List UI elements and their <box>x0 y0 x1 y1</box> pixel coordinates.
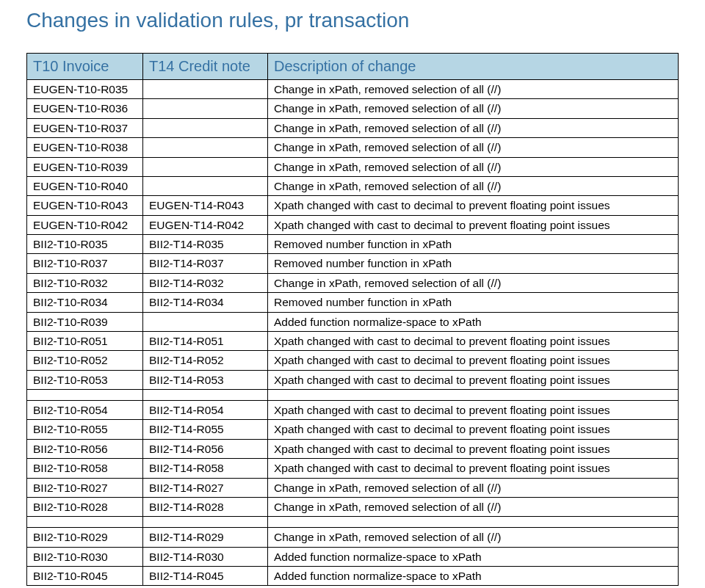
cell-description: Xpath changed with cast to decimal to pr… <box>268 459 679 478</box>
col-header-desc: Description of change <box>268 54 679 80</box>
gap-cell <box>143 517 268 528</box>
table-row: BII2-T10-R039Added function normalize-sp… <box>27 312 679 331</box>
cell-t14-credit <box>143 99 268 118</box>
table-row: BII2-T10-R053BII2-T14-R053Xpath changed … <box>27 370 679 389</box>
table-row: EUGEN-T10-R035Change in xPath, removed s… <box>27 80 679 99</box>
cell-t14-credit: BII2-T14-R054 <box>143 401 268 420</box>
table-row: EUGEN-T10-R042EUGEN-T14-R042Xpath change… <box>27 215 679 234</box>
table-row: BII2-T10-R055BII2-T14-R055Xpath changed … <box>27 420 679 439</box>
table-gap-row <box>27 390 679 401</box>
table-row: BII2-T10-R056BII2-T14-R056Xpath changed … <box>27 439 679 458</box>
table-row: BII2-T10-R027BII2-T14-R027Change in xPat… <box>27 478 679 497</box>
cell-t10-invoice: BII2-T10-R051 <box>27 331 143 350</box>
col-header-t10: T10 Invoice <box>27 54 143 80</box>
table-row: EUGEN-T10-R038Change in xPath, removed s… <box>27 138 679 157</box>
cell-t10-invoice: EUGEN-T10-R036 <box>27 99 143 118</box>
cell-t14-credit: BII2-T14-R028 <box>143 497 268 516</box>
cell-t14-credit: BII2-T14-R055 <box>143 420 268 439</box>
cell-t10-invoice: EUGEN-T10-R040 <box>27 176 143 195</box>
cell-description: Change in xPath, removed selection of al… <box>268 157 679 176</box>
cell-description: Xpath changed with cast to decimal to pr… <box>268 401 679 420</box>
table-gap-row <box>27 517 679 528</box>
cell-t14-credit: BII2-T14-R027 <box>143 478 268 497</box>
cell-t10-invoice: BII2-T10-R039 <box>27 312 143 331</box>
cell-t14-credit: BII2-T14-R037 <box>143 254 268 273</box>
cell-description: Removed number function in xPath <box>268 254 679 273</box>
cell-t14-credit: BII2-T14-R056 <box>143 439 268 458</box>
table-row: BII2-T10-R032BII2-T14-R032Change in xPat… <box>27 273 679 292</box>
cell-t14-credit: BII2-T14-R032 <box>143 273 268 292</box>
cell-t10-invoice: BII2-T10-R028 <box>27 497 143 516</box>
cell-t14-credit: EUGEN-T14-R042 <box>143 215 268 234</box>
cell-t14-credit: BII2-T14-R058 <box>143 459 268 478</box>
cell-t10-invoice: EUGEN-T10-R042 <box>27 215 143 234</box>
table-row: EUGEN-T10-R036Change in xPath, removed s… <box>27 99 679 118</box>
cell-t10-invoice: BII2-T10-R035 <box>27 235 143 254</box>
table-row: EUGEN-T10-R040Change in xPath, removed s… <box>27 176 679 195</box>
cell-description: Change in xPath, removed selection of al… <box>268 99 679 118</box>
table-row: EUGEN-T10-R037Change in xPath, removed s… <box>27 118 679 137</box>
page-title: Changes in validation rules, pr transact… <box>26 9 679 32</box>
gap-cell <box>143 390 268 401</box>
cell-t10-invoice: BII2-T10-R037 <box>27 254 143 273</box>
cell-description: Xpath changed with cast to decimal to pr… <box>268 439 679 458</box>
cell-description: Xpath changed with cast to decimal to pr… <box>268 196 679 215</box>
table-row: BII2-T10-R029BII2-T14-R029Change in xPat… <box>27 528 679 547</box>
table-row: BII2-T10-R054BII2-T14-R054Xpath changed … <box>27 401 679 420</box>
table-body: EUGEN-T10-R035Change in xPath, removed s… <box>27 80 679 586</box>
cell-t10-invoice: EUGEN-T10-R039 <box>27 157 143 176</box>
cell-t10-invoice: BII2-T10-R052 <box>27 351 143 370</box>
cell-t10-invoice: BII2-T10-R030 <box>27 547 143 566</box>
table-row: BII2-T10-R028BII2-T14-R028Change in xPat… <box>27 497 679 516</box>
cell-t10-invoice: BII2-T10-R029 <box>27 528 143 547</box>
col-header-t14: T14 Credit note <box>143 54 268 80</box>
cell-t14-credit <box>143 118 268 137</box>
cell-t10-invoice: EUGEN-T10-R038 <box>27 138 143 157</box>
table-row: BII2-T10-R045BII2-T14-R045Added function… <box>27 567 679 586</box>
cell-t14-credit: BII2-T14-R029 <box>143 528 268 547</box>
cell-description: Change in xPath, removed selection of al… <box>268 118 679 137</box>
cell-t10-invoice: BII2-T10-R053 <box>27 370 143 389</box>
cell-description: Change in xPath, removed selection of al… <box>268 478 679 497</box>
cell-description: Xpath changed with cast to decimal to pr… <box>268 420 679 439</box>
cell-description: Removed number function in xPath <box>268 235 679 254</box>
table-row: BII2-T10-R051BII2-T14-R051Xpath changed … <box>27 331 679 350</box>
cell-t14-credit <box>143 157 268 176</box>
cell-description: Change in xPath, removed selection of al… <box>268 176 679 195</box>
cell-description: Added function normalize-space to xPath <box>268 567 679 586</box>
cell-t10-invoice: BII2-T10-R055 <box>27 420 143 439</box>
cell-t14-credit: EUGEN-T14-R043 <box>143 196 268 215</box>
cell-description: Xpath changed with cast to decimal to pr… <box>268 215 679 234</box>
cell-t10-invoice: EUGEN-T10-R043 <box>27 196 143 215</box>
cell-t14-credit <box>143 312 268 331</box>
cell-description: Change in xPath, removed selection of al… <box>268 80 679 99</box>
cell-t14-credit: BII2-T14-R035 <box>143 235 268 254</box>
cell-t10-invoice: EUGEN-T10-R037 <box>27 118 143 137</box>
cell-t10-invoice: BII2-T10-R058 <box>27 459 143 478</box>
cell-description: Change in xPath, removed selection of al… <box>268 497 679 516</box>
cell-t10-invoice: BII2-T10-R032 <box>27 273 143 292</box>
cell-t10-invoice: BII2-T10-R034 <box>27 293 143 312</box>
cell-description: Xpath changed with cast to decimal to pr… <box>268 331 679 350</box>
table-header: T10 Invoice T14 Credit note Description … <box>27 54 679 80</box>
cell-t14-credit: BII2-T14-R052 <box>143 351 268 370</box>
cell-t14-credit <box>143 138 268 157</box>
cell-t10-invoice: BII2-T10-R054 <box>27 401 143 420</box>
cell-t14-credit <box>143 80 268 99</box>
cell-description: Change in xPath, removed selection of al… <box>268 273 679 292</box>
cell-description: Xpath changed with cast to decimal to pr… <box>268 351 679 370</box>
gap-cell <box>27 517 143 528</box>
gap-cell <box>27 390 143 401</box>
gap-cell <box>268 390 679 401</box>
table-row: BII2-T10-R030BII2-T14-R030Added function… <box>27 547 679 566</box>
page: Changes in validation rules, pr transact… <box>0 0 705 588</box>
table-row: BII2-T10-R052BII2-T14-R052Xpath changed … <box>27 351 679 370</box>
cell-t10-invoice: BII2-T10-R056 <box>27 439 143 458</box>
changes-table: T10 Invoice T14 Credit note Description … <box>26 53 679 586</box>
cell-description: Xpath changed with cast to decimal to pr… <box>268 370 679 389</box>
cell-description: Added function normalize-space to xPath <box>268 547 679 566</box>
cell-t14-credit: BII2-T14-R045 <box>143 567 268 586</box>
gap-cell <box>268 517 679 528</box>
cell-description: Change in xPath, removed selection of al… <box>268 528 679 547</box>
cell-description: Added function normalize-space to xPath <box>268 312 679 331</box>
